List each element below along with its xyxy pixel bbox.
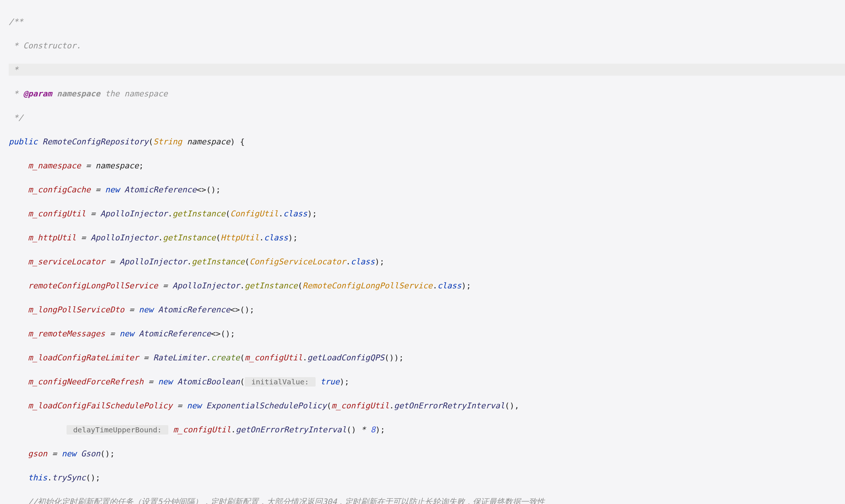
param-hint: initialValue:	[245, 377, 316, 387]
javadoc-line: * Constructor.	[9, 40, 845, 52]
stmt-assign: gson = new Gson();	[9, 448, 845, 460]
stmt-assign: m_configUtil = ApolloInjector.getInstanc…	[9, 208, 845, 220]
stmt-call: this.trySync();	[9, 472, 845, 484]
stmt-assign: m_serviceLocator = ApolloInjector.getIns…	[9, 256, 845, 268]
constructor-signature: public RemoteConfigRepository(String nam…	[9, 136, 845, 148]
javadoc-close: */	[9, 112, 845, 124]
stmt-assign: m_namespace = namespace;	[9, 160, 845, 172]
param-hint: delayTimeUpperBound:	[67, 425, 168, 435]
javadoc-line: *	[9, 64, 845, 76]
stmt-assign: remoteConfigLongPollService = ApolloInje…	[9, 280, 845, 292]
javadoc-open: /**	[9, 16, 845, 28]
stmt-assign: m_configNeedForceRefresh = new AtomicBoo…	[9, 376, 845, 388]
stmt-continuation: delayTimeUpperBound: m_configUtil.getOnE…	[9, 424, 845, 436]
comment-line: //初始化定时刷新配置的任务（设置5分钟间隔），定时刷新配置，大部分情况返回30…	[9, 496, 845, 504]
stmt-assign: m_loadConfigFailSchedulePolicy = new Exp…	[9, 400, 845, 412]
code-block: /** * Constructor. * * @param namespace …	[0, 0, 845, 504]
stmt-assign: m_configCache = new AtomicReference<>();	[9, 184, 845, 196]
stmt-assign: m_httpUtil = ApolloInjector.getInstance(…	[9, 232, 845, 244]
stmt-assign: m_longPollServiceDto = new AtomicReferen…	[9, 304, 845, 316]
stmt-assign: m_remoteMessages = new AtomicReference<>…	[9, 328, 845, 340]
stmt-assign: m_loadConfigRateLimiter = RateLimiter.cr…	[9, 352, 845, 364]
javadoc-param: * @param namespace the namespace	[9, 88, 845, 100]
